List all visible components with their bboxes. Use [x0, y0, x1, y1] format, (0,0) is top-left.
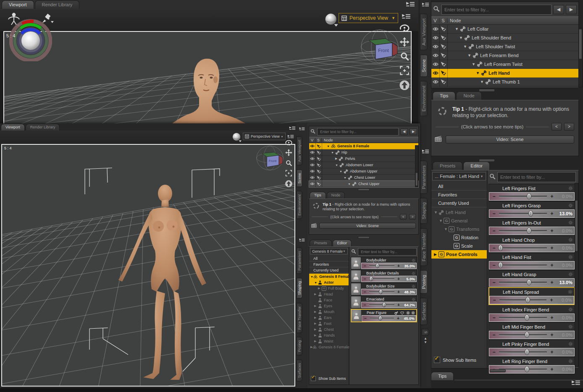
scene-node-genesis-8-female[interactable]: ▼Genesis 8 Female	[309, 143, 418, 149]
link-icon[interactable]	[394, 309, 398, 316]
slider-handle[interactable]	[378, 316, 382, 321]
gear-icon[interactable]	[568, 253, 573, 261]
collapse-icon[interactable]: ▼	[344, 176, 347, 179]
selectable-cursor-icon[interactable]	[315, 157, 322, 161]
selectable-cursor-icon[interactable]	[315, 163, 322, 167]
view-cube-gizmo[interactable]: Front	[255, 144, 284, 173]
scene-filter-input[interactable]	[441, 5, 551, 15]
heart-icon[interactable]	[400, 309, 404, 316]
selectable-cursor-icon[interactable]	[315, 170, 322, 173]
scene-node-chest-lower[interactable]: ▼Chest Lower	[309, 175, 418, 181]
selectable-cursor-icon[interactable]	[439, 79, 447, 84]
group-item-favorites[interactable]: Favorites	[309, 261, 349, 267]
decrement-button[interactable]: −	[491, 262, 497, 268]
side-tab-face-transfer[interactable]: Face Transfer	[420, 228, 428, 266]
scene-node-left-forearm-bend[interactable]: ▼Left Forearm Bend	[431, 51, 578, 60]
decrement-button[interactable]: −	[363, 277, 367, 281]
increment-button[interactable]: +	[549, 297, 554, 303]
scene-filter-input[interactable]	[317, 128, 399, 136]
param-group-hands[interactable]: ▶Hands	[309, 332, 349, 338]
pane-menu-icon[interactable]	[422, 2, 429, 9]
side-tab-partial[interactable]: s	[422, 329, 429, 336]
param-group-pose-controls[interactable]: ▶GPose Controls	[431, 250, 487, 259]
visibility-eye-icon[interactable]	[309, 182, 315, 186]
param-group-general[interactable]: ▼GGeneral	[431, 217, 487, 225]
slider-track[interactable]	[499, 351, 547, 353]
orbit-tool-icon[interactable]	[399, 24, 410, 34]
selectable-cursor-icon[interactable]	[439, 62, 447, 67]
slider-handle[interactable]	[382, 302, 386, 307]
gear-icon[interactable]	[412, 269, 415, 277]
increment-button[interactable]: +	[549, 211, 555, 217]
side-tab-parameters[interactable]: Parameters	[297, 248, 302, 274]
side-tab-scene[interactable]: Scene	[297, 170, 302, 187]
increment-button[interactable]: +	[549, 228, 555, 234]
selectable-cursor-icon[interactable]	[315, 182, 322, 186]
gear-icon[interactable]	[412, 282, 415, 290]
param-group-rotation[interactable]: GRotation	[431, 233, 487, 242]
visibility-eye-icon[interactable]	[431, 53, 439, 57]
slider-track[interactable]	[499, 230, 547, 232]
search-icon[interactable]	[433, 5, 440, 14]
decrement-button[interactable]: −	[363, 316, 368, 321]
param-group-chest[interactable]: ▶Chest	[309, 327, 349, 332]
slider-handle[interactable]	[498, 245, 503, 251]
expand-icon[interactable]: ▶	[314, 293, 318, 296]
decrement-button[interactable]: −	[491, 280, 497, 285]
side-tab-surfaces[interactable]: Surfaces	[420, 298, 428, 325]
param-group-ears[interactable]: ▶Ears	[309, 315, 349, 321]
checkbox-box[interactable]: ✓	[434, 357, 440, 363]
slider-handle[interactable]	[379, 289, 383, 294]
zoom-tool-icon[interactable]	[400, 52, 410, 63]
decrement-button[interactable]: −	[491, 315, 497, 321]
visibility-eye-icon[interactable]	[431, 27, 439, 31]
frame-tool-icon[interactable]	[285, 170, 292, 178]
decrement-button[interactable]: −	[491, 245, 497, 251]
slider-handle[interactable]	[525, 314, 529, 321]
lighting-trackball-gizmo[interactable]	[9, 18, 52, 63]
splitter-handle[interactable]	[307, 188, 420, 191]
visibility-eye-icon[interactable]	[431, 44, 439, 49]
next-tip-button[interactable]: >	[564, 123, 574, 131]
collapse-icon[interactable]: ▼	[455, 27, 459, 31]
decrement-button[interactable]: −	[363, 264, 367, 268]
param-group-mouth[interactable]: ▶Mouth	[309, 309, 349, 315]
increment-button[interactable]: +	[397, 290, 401, 294]
show-sub-items-checkbox[interactable]: ✓ Show Sub Items	[434, 357, 476, 363]
frame-tool-icon[interactable]	[400, 66, 409, 77]
expand-icon[interactable]: ▶	[314, 316, 318, 319]
visibility-eye-icon[interactable]	[309, 144, 315, 148]
checkbox-box[interactable]: ✓	[311, 376, 316, 381]
decrement-button[interactable]: −	[491, 349, 497, 355]
slider-handle[interactable]	[527, 227, 531, 234]
scene-node-left-thumb-1[interactable]: ▼Left Thumb 1	[431, 78, 578, 86]
next-tip-button[interactable]: >	[409, 214, 416, 220]
group-item-all[interactable]: All	[431, 182, 487, 191]
tab-editor[interactable]: Editor	[333, 240, 352, 246]
slider-handle[interactable]	[525, 332, 529, 338]
expand-icon[interactable]: ▶	[335, 157, 337, 160]
slider-handle[interactable]	[528, 210, 533, 217]
collapse-icon[interactable]: ▼	[434, 210, 439, 214]
prev-tip-button[interactable]: <	[551, 123, 562, 131]
increment-button[interactable]: +	[397, 277, 401, 281]
collapse-icon[interactable]: ▼	[476, 71, 480, 75]
scene-node-left-hand[interactable]: ▼Left Hand	[431, 69, 578, 78]
gear-icon[interactable]	[568, 185, 573, 192]
expand-icon[interactable]: ▶	[314, 304, 318, 308]
scene-node-abdomen-lower[interactable]: ▼Abdomen Lower	[309, 162, 418, 168]
pane-menu-icon[interactable]	[406, 2, 415, 9]
param-group-genesis-8-female-[interactable]: ▶Genesis 8 Female ...	[309, 344, 349, 350]
slider-track[interactable]	[369, 304, 394, 306]
expand-icon[interactable]: ▶	[314, 328, 318, 331]
slider-handle[interactable]	[527, 279, 531, 285]
group-item-currently-used[interactable]: Currently Used	[431, 199, 487, 207]
pane-menu-icon[interactable]	[299, 125, 305, 133]
selectable-cursor-icon[interactable]	[439, 35, 447, 40]
visibility-eye-icon[interactable]	[431, 36, 439, 40]
scene-node-left-forearm-twist[interactable]: ▼Left Forearm Twist	[431, 60, 578, 69]
selectable-cursor-icon[interactable]	[315, 144, 322, 148]
expand-icon[interactable]: ▶	[314, 334, 318, 337]
scene-node-pelvis[interactable]: ▶Pelvis	[309, 156, 418, 162]
tab-render-library[interactable]: Render Library	[35, 0, 80, 9]
